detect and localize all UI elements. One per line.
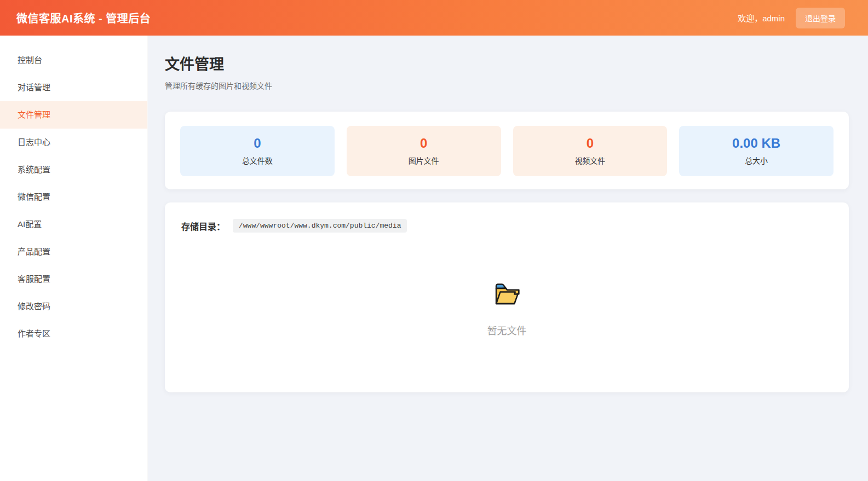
welcome-text: 欢迎，admin [738,12,785,24]
header-right: 欢迎，admin 退出登录 [738,8,845,28]
stat-card-total-files: 0 总文件数 [180,126,335,176]
sidebar-item-logs[interactable]: 日志中心 [0,129,147,156]
sidebar-item-service-config[interactable]: 客服配置 [0,265,147,293]
stats-grid: 0 总文件数 0 图片文件 0 视频文件 0.00 KB 总大小 [180,126,833,176]
stat-value: 0.00 KB [685,136,828,151]
empty-state: 暂无文件 [181,279,832,337]
storage-directory-row: 存储目录： /www/wwwroot/www.dkym.com/public/m… [181,219,832,233]
files-panel: 存储目录： /www/wwwroot/www.dkym.com/public/m… [165,202,849,392]
stat-card-total-size: 0.00 KB 总大小 [679,126,833,176]
sidebar-item-wechat-config[interactable]: 微信配置 [0,183,147,211]
storage-directory-label: 存储目录： [181,219,225,233]
sidebar-item-dashboard[interactable]: 控制台 [0,47,147,74]
open-folder-icon [492,279,522,306]
sidebar: 控制台 对话管理 文件管理 日志中心 系统配置 微信配置 AI配置 产品配置 客… [0,36,148,481]
sidebar-item-author-zone[interactable]: 作者专区 [0,320,147,347]
sidebar-item-ai-config[interactable]: AI配置 [0,211,147,238]
stat-value: 0 [186,136,329,151]
sidebar-item-product-config[interactable]: 产品配置 [0,238,147,265]
stat-label: 视频文件 [519,157,662,165]
page-subtitle: 管理所有缓存的图片和视频文件 [165,80,849,91]
stat-value: 0 [519,136,662,151]
storage-directory-path: /www/wwwroot/www.dkym.com/public/media [233,219,407,233]
stat-label: 图片文件 [352,157,496,165]
stat-label: 总大小 [685,157,828,165]
stat-label: 总文件数 [186,157,329,165]
stats-panel: 0 总文件数 0 图片文件 0 视频文件 0.00 KB 总大小 [165,112,849,189]
sidebar-item-system-config[interactable]: 系统配置 [0,156,147,183]
stat-card-image-files: 0 图片文件 [347,126,501,176]
empty-state-text: 暂无文件 [181,323,832,337]
main-content: 文件管理 管理所有缓存的图片和视频文件 0 总文件数 0 图片文件 0 视频文件… [148,36,868,481]
sidebar-item-conversations[interactable]: 对话管理 [0,74,147,101]
sidebar-nav: 控制台 对话管理 文件管理 日志中心 系统配置 微信配置 AI配置 产品配置 客… [0,47,147,347]
sidebar-item-change-password[interactable]: 修改密码 [0,293,147,320]
stat-value: 0 [352,136,496,151]
app-header: 微信客服AI系统 - 管理后台 欢迎，admin 退出登录 [0,0,868,36]
logout-button[interactable]: 退出登录 [796,8,845,28]
main-layout: 控制台 对话管理 文件管理 日志中心 系统配置 微信配置 AI配置 产品配置 客… [0,36,868,481]
page-title: 文件管理 [165,56,849,73]
app-title: 微信客服AI系统 - 管理后台 [16,10,151,26]
sidebar-item-files[interactable]: 文件管理 [0,101,147,129]
stat-card-video-files: 0 视频文件 [513,126,668,176]
